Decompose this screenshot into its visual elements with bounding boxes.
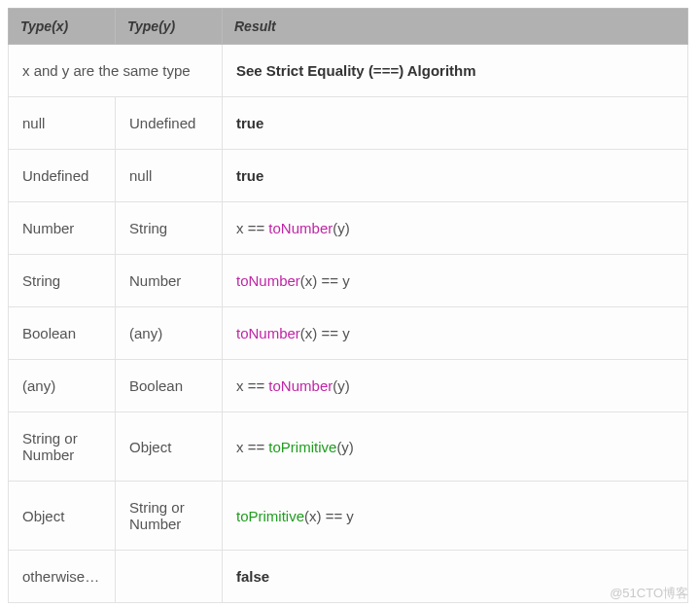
table-row: NumberStringx == toNumber(y) xyxy=(9,202,688,255)
table-row: StringNumbertoNumber(x) == y xyxy=(9,255,688,307)
cell-type-x: Undefined xyxy=(9,150,116,202)
watermark-text: @51CTO博客 xyxy=(610,585,688,602)
result-segment: (x) == y xyxy=(304,508,354,524)
cell-type-y: String or Number xyxy=(116,482,223,551)
cell-type-y: Number xyxy=(116,255,223,307)
cell-type-y: Object xyxy=(116,412,223,482)
result-segment: (x) == y xyxy=(300,325,350,341)
result-segment: x == xyxy=(236,220,268,236)
cell-type-xy-merged: x and y are the same type xyxy=(9,45,223,97)
cell-result: x == toNumber(y) xyxy=(223,202,688,255)
result-segment: (y) xyxy=(336,439,354,455)
cell-result: true xyxy=(223,97,688,150)
result-segment: (y) xyxy=(332,220,350,236)
table-row: otherwise…false xyxy=(9,551,688,603)
cell-type-x: String xyxy=(9,255,116,307)
result-segment: See Strict Equality (===) Algorithm xyxy=(236,62,476,79)
table-row: Undefinednulltrue xyxy=(9,150,688,202)
cell-result: true xyxy=(223,150,688,202)
cell-result: x == toPrimitive(y) xyxy=(223,412,688,482)
result-segment: toPrimitive xyxy=(268,439,336,455)
result-segment: true xyxy=(236,115,263,131)
header-type-x: Type(x) xyxy=(9,9,116,45)
cell-type-x: otherwise… xyxy=(9,551,116,603)
cell-type-y: (any) xyxy=(116,307,223,360)
result-segment: toNumber xyxy=(268,377,332,394)
table-row: String or NumberObjectx == toPrimitive(y… xyxy=(9,412,688,482)
cell-type-x: Object xyxy=(9,482,116,551)
table-row: x and y are the same typeSee Strict Equa… xyxy=(9,45,688,97)
cell-result: toNumber(x) == y xyxy=(223,307,688,360)
cell-result: toPrimitive(x) == y xyxy=(223,482,688,551)
cell-result: toNumber(x) == y xyxy=(223,255,688,307)
table-body: x and y are the same typeSee Strict Equa… xyxy=(9,45,688,603)
cell-type-x: String or Number xyxy=(9,412,116,482)
cell-result: x == toNumber(y) xyxy=(223,360,688,412)
result-segment: toNumber xyxy=(236,272,300,289)
cell-type-x: Number xyxy=(9,202,116,255)
result-segment: true xyxy=(236,167,263,184)
table-row: ObjectString or NumbertoPrimitive(x) == … xyxy=(9,482,688,551)
cell-type-x: Boolean xyxy=(9,307,116,360)
cell-type-x: (any) xyxy=(9,360,116,412)
result-segment: toNumber xyxy=(236,325,300,341)
result-segment: (x) == y xyxy=(300,272,350,289)
table-row: nullUndefinedtrue xyxy=(9,97,688,150)
cell-type-y: Boolean xyxy=(116,360,223,412)
result-segment: x == xyxy=(236,439,268,455)
table-row: Boolean(any)toNumber(x) == y xyxy=(9,307,688,360)
result-segment: false xyxy=(236,568,269,585)
result-segment: x == xyxy=(236,377,268,394)
result-segment: (y) xyxy=(332,377,350,394)
result-segment: toNumber xyxy=(268,220,332,236)
cell-type-y: String xyxy=(116,202,223,255)
result-segment: toPrimitive xyxy=(236,508,304,524)
table-row: (any)Booleanx == toNumber(y) xyxy=(9,360,688,412)
cell-result: See Strict Equality (===) Algorithm xyxy=(223,45,688,97)
cell-type-x: null xyxy=(9,97,116,150)
cell-type-y: null xyxy=(116,150,223,202)
header-result: Result xyxy=(223,9,688,45)
table-header: Type(x) Type(y) Result xyxy=(9,9,688,45)
equality-algorithm-table: Type(x) Type(y) Result x and y are the s… xyxy=(8,8,688,603)
header-type-y: Type(y) xyxy=(116,9,223,45)
cell-type-y: Undefined xyxy=(116,97,223,150)
cell-type-y xyxy=(116,551,223,603)
